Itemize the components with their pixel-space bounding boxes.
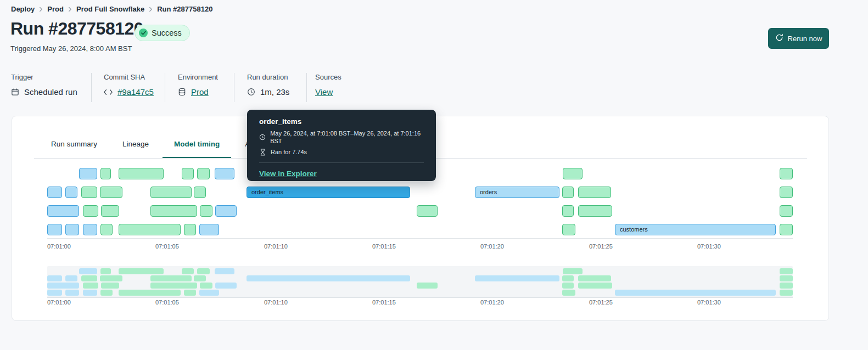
- detail-value-sources[interactable]: View: [315, 87, 333, 97]
- minimap-bar: [81, 275, 97, 281]
- tooltip-duration: Ran for 7.74s: [271, 148, 307, 156]
- minimap-bar: [199, 290, 219, 296]
- tab-run-summary[interactable]: Run summary: [40, 139, 109, 159]
- timing-bar[interactable]: [150, 187, 192, 198]
- calendar-icon: [11, 88, 19, 96]
- timing-bar[interactable]: [83, 205, 98, 217]
- clock-icon: [259, 134, 266, 140]
- triggered-timestamp: Triggered May 26, 2024, 8:00 AM BST: [10, 44, 132, 53]
- detail-value-trigger: Scheduled run: [24, 87, 77, 97]
- breadcrumb-item-prod[interactable]: Prod: [47, 5, 64, 13]
- timing-bar[interactable]: [199, 224, 219, 235]
- minimap-bar: [100, 268, 111, 274]
- timing-bar[interactable]: [200, 205, 212, 217]
- timing-bar[interactable]: [119, 168, 164, 179]
- timing-bar[interactable]: [562, 205, 574, 217]
- minimap-bar: [100, 275, 122, 281]
- page-title: Run #287758120: [10, 19, 143, 39]
- tab-model-timing[interactable]: Model timing: [163, 139, 231, 159]
- timing-bar[interactable]: [194, 187, 206, 198]
- timing-bar[interactable]: [780, 224, 793, 235]
- timing-bar[interactable]: [780, 168, 793, 179]
- code-icon: [104, 89, 113, 95]
- breadcrumb-item-prod-full-snowflake[interactable]: Prod Full Snowflake: [76, 5, 144, 13]
- minimap-bar: [79, 268, 97, 274]
- time-tick-label: 07:01:10: [264, 243, 288, 250]
- chevron-right-icon: [149, 7, 153, 12]
- timing-bar[interactable]: [83, 224, 97, 235]
- timing-bar[interactable]: [47, 205, 79, 217]
- minimap-bar: [562, 283, 574, 289]
- detail-col-run-duration: Run duration1m, 23s: [247, 73, 289, 97]
- chevron-right-icon: [68, 7, 72, 12]
- time-tick-label: 07:01:20: [480, 243, 504, 250]
- minimap-bar: [101, 283, 119, 289]
- status-badge-label: Success: [152, 29, 182, 37]
- minimap-bar: [184, 290, 196, 296]
- timing-bar[interactable]: [563, 168, 583, 179]
- timing-bar[interactable]: [417, 205, 438, 217]
- minimap-bar: [83, 290, 97, 296]
- view-in-explorer-link[interactable]: View in Explorer: [259, 170, 317, 178]
- detail-col-environment: EnvironmentProd: [178, 73, 218, 97]
- breadcrumb: DeployProdProd Full SnowflakeRun #287758…: [11, 5, 212, 13]
- rerun-now-button[interactable]: Rerun now: [768, 28, 829, 49]
- run-details-strip: TriggerScheduled runCommit SHA#9a147c5En…: [0, 73, 868, 104]
- timing-bar[interactable]: [100, 224, 113, 235]
- timing-bar[interactable]: [197, 168, 210, 179]
- minimap-bar: [475, 275, 559, 281]
- time-tick-label: 07:01:05: [155, 243, 179, 250]
- timing-bar[interactable]: [215, 205, 237, 217]
- timing-bar[interactable]: [101, 205, 119, 217]
- timing-bar-orders[interactable]: orders: [475, 187, 559, 198]
- success-check-icon: [139, 29, 148, 37]
- breadcrumb-item-run-287758120: Run #287758120: [157, 5, 212, 13]
- tooltip-model-name: order_items: [259, 117, 424, 126]
- timing-bar[interactable]: [578, 187, 611, 198]
- status-badge: Success: [135, 25, 190, 41]
- detail-divider: [234, 73, 234, 102]
- timing-bar[interactable]: [215, 168, 234, 179]
- timing-bar-customers[interactable]: customers: [615, 224, 776, 235]
- time-tick-label: 07:01:20: [480, 299, 504, 306]
- timing-bar-order-items[interactable]: order_items: [247, 187, 410, 198]
- timing-bar[interactable]: [562, 224, 575, 235]
- detail-divider: [165, 73, 165, 102]
- minimap-bar: [578, 283, 612, 289]
- detail-col-sources: SourcesView: [315, 73, 341, 97]
- timing-bar[interactable]: [79, 168, 97, 179]
- minimap-bar: [65, 290, 79, 296]
- timing-bar[interactable]: [150, 205, 197, 217]
- timing-bar[interactable]: [780, 187, 793, 198]
- breadcrumb-item-deploy[interactable]: Deploy: [11, 5, 35, 13]
- timing-bar[interactable]: [65, 224, 79, 235]
- minimap-bar: [215, 268, 234, 274]
- detail-value-commit-sha[interactable]: #9a147c5: [117, 87, 154, 97]
- minimap-bar: [119, 290, 181, 296]
- minimap-bar: [197, 268, 210, 274]
- time-tick-label: 07:01:00: [47, 299, 71, 306]
- timing-bar[interactable]: [184, 224, 196, 235]
- timing-bar[interactable]: [780, 205, 793, 217]
- timing-bar[interactable]: [47, 187, 62, 198]
- tab-lineage[interactable]: Lineage: [111, 139, 160, 159]
- time-tick-label: 07:01:25: [589, 299, 613, 306]
- minimap-bar: [83, 283, 98, 289]
- timing-bar[interactable]: [100, 187, 122, 198]
- timing-bar[interactable]: [100, 168, 111, 179]
- time-tick-label: 07:01:15: [372, 243, 396, 250]
- timing-bar[interactable]: [119, 224, 181, 235]
- detail-value-environment[interactable]: Prod: [191, 87, 209, 97]
- detail-value-run-duration: 1m, 23s: [260, 87, 289, 97]
- detail-label: Commit SHA: [104, 73, 154, 81]
- minimap-bar: [247, 275, 410, 281]
- timing-bar[interactable]: [182, 168, 194, 179]
- model-tooltip: order_items May 26, 2024, at 7:01:08 BST…: [247, 110, 436, 181]
- timing-bar[interactable]: [81, 187, 97, 198]
- timing-bar[interactable]: [578, 205, 612, 217]
- timing-bar[interactable]: [65, 187, 77, 198]
- timing-bar[interactable]: [47, 224, 62, 235]
- time-tick-label: 07:01:15: [372, 299, 396, 306]
- timing-bar[interactable]: [562, 187, 574, 198]
- rerun-now-label: Rerun now: [788, 35, 822, 43]
